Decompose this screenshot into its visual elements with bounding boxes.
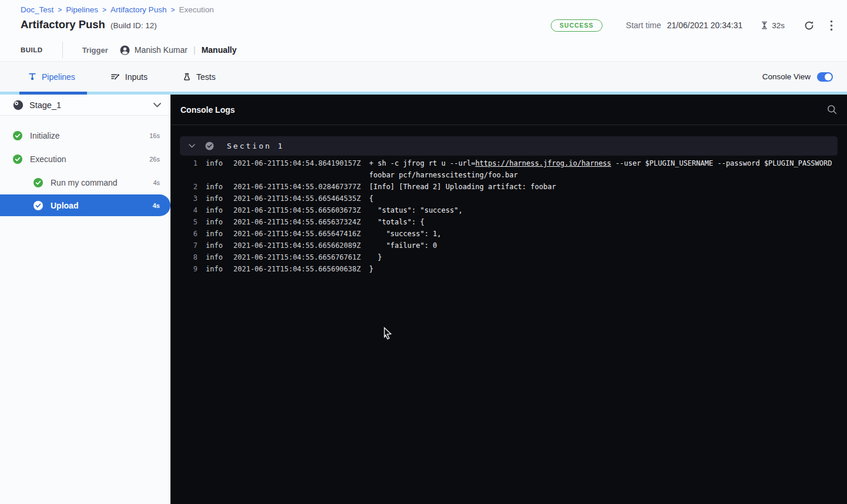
avatar-icon <box>120 45 130 55</box>
log-text: "success": 1, <box>369 230 441 238</box>
tab-label: Pipelines <box>42 72 75 82</box>
status-badge: SUCCESS <box>551 19 602 32</box>
step-duration: 16s <box>149 132 160 139</box>
log-level: info <box>206 251 223 263</box>
log-level: info <box>206 181 223 193</box>
kebab-menu-icon <box>830 20 833 31</box>
breadcrumb-project[interactable]: Doc_Test <box>21 5 53 14</box>
build-type-label: BUILD <box>21 46 43 53</box>
step-status-icon <box>34 201 43 210</box>
vertical-divider <box>62 42 63 58</box>
breadcrumb: Doc_Test > Pipelines > Artifactory Push … <box>21 5 214 14</box>
log-line-number <box>185 169 197 181</box>
trigger-user: Manish Kumar <box>120 45 188 55</box>
log-message: } <box>369 263 373 275</box>
refresh-icon <box>804 20 815 31</box>
log-text: "status": "success", <box>369 206 463 214</box>
hourglass-icon <box>760 21 769 30</box>
breadcrumb-pipeline-name[interactable]: Artifactory Push <box>111 5 166 14</box>
log-row: 7info2021-06-21T15:04:55.665662089Z "fai… <box>170 240 847 251</box>
stage-icon <box>13 100 24 110</box>
log-message: "failure": 0 <box>369 240 437 251</box>
log-row: 5info2021-06-21T15:04:55.665637324Z "tot… <box>170 216 847 228</box>
log-level <box>206 169 223 181</box>
step-row-run-my-command[interactable]: Run my command4s <box>0 171 170 194</box>
log-line-number: 9 <box>185 263 197 275</box>
step-row-initialize[interactable]: Initialize16s <box>0 124 170 147</box>
tab-inputs[interactable]: Inputs <box>111 72 148 82</box>
log-text: { <box>369 194 373 203</box>
tab-pipelines[interactable]: Pipelines <box>28 72 75 82</box>
log-message: "success": 1, <box>369 228 441 240</box>
chevron-down-icon <box>153 103 161 107</box>
log-row: 6info2021-06-21T15:04:55.665647416Z "suc… <box>170 228 847 240</box>
refresh-button[interactable] <box>804 20 815 31</box>
log-row: 2info2021-06-21T15:04:55.028467377Z[Info… <box>170 181 847 193</box>
section-success-icon <box>205 142 214 150</box>
log-list: 1info2021-06-21T15:04:54.864190157Z+ sh … <box>170 157 847 275</box>
log-search-button[interactable] <box>827 105 837 115</box>
log-timestamp <box>233 169 362 181</box>
log-level: info <box>206 193 223 204</box>
log-timestamp: 2021-06-21T15:04:55.665603673Z <box>233 204 362 216</box>
log-line-number: 2 <box>185 181 197 193</box>
step-row-execution[interactable]: Execution26s <box>0 147 170 171</box>
pipeline-icon <box>28 72 36 81</box>
tab-tests[interactable]: Tests <box>183 72 216 82</box>
step-status-icon <box>34 178 43 187</box>
log-row: foobar pcf/harnesscitesting/foo.bar <box>170 169 847 181</box>
log-text: "failure": 0 <box>369 241 437 250</box>
log-message: [Info] [Thread 2] Uploading artifact: fo… <box>369 181 556 193</box>
execution-sidebar: Stage_1 Initialize16sExecution26sRun my … <box>0 95 170 504</box>
step-label: Execution <box>30 154 66 164</box>
log-level: info <box>206 204 223 216</box>
log-line-number: 5 <box>185 216 197 228</box>
trigger-user-name: Manish Kumar <box>135 45 188 55</box>
log-timestamp: 2021-06-21T15:04:54.864190157Z <box>233 157 362 169</box>
step-status-icon <box>13 131 22 140</box>
more-options-button[interactable] <box>830 20 833 31</box>
console-view-toggle[interactable] <box>817 72 833 82</box>
tab-label: Tests <box>196 72 216 82</box>
log-message: } <box>369 251 382 263</box>
console-logs-title: Console Logs <box>180 105 235 115</box>
log-level: info <box>206 157 223 169</box>
step-duration: 26s <box>149 156 160 163</box>
start-time-value: 21/06/2021 20:34:31 <box>667 21 742 30</box>
log-timestamp: 2021-06-21T15:04:55.665637324Z <box>233 216 362 228</box>
breadcrumb-separator: > <box>102 6 106 14</box>
chevron-down-icon <box>189 144 195 148</box>
log-text: foobar pcf/harnesscitesting/foo.bar <box>369 171 518 179</box>
toggle-knob <box>825 73 832 80</box>
log-message: + sh -c jfrog rt u --url=https://harness… <box>369 157 832 169</box>
console-header: Console Logs <box>170 95 847 125</box>
trigger-label: Trigger <box>82 46 108 55</box>
search-icon <box>827 105 837 115</box>
step-label: Initialize <box>30 131 60 140</box>
log-section-header[interactable]: Section 1 <box>180 136 838 156</box>
log-message: { <box>369 193 373 204</box>
log-message: foobar pcf/harnesscitesting/foo.bar <box>369 169 518 181</box>
log-row: 9info2021-06-21T15:04:55.665690638Z} <box>170 263 847 275</box>
breadcrumb-pipelines[interactable]: Pipelines <box>66 5 98 14</box>
tab-bar: Pipelines Inputs Tests Console View <box>0 61 847 92</box>
step-label: Run my command <box>51 178 118 187</box>
log-line-number: 8 <box>185 251 197 263</box>
log-row: 3info2021-06-21T15:04:55.665464535Z{ <box>170 193 847 204</box>
build-id: (Build ID: 12) <box>111 21 157 30</box>
tab-label: Inputs <box>125 72 148 82</box>
log-line-number: 4 <box>185 204 197 216</box>
tests-flask-icon <box>183 72 191 81</box>
step-row-upload[interactable]: Upload4s <box>0 194 170 216</box>
duration-value: 32s <box>772 21 785 30</box>
log-row: 8info2021-06-21T15:04:55.665676761Z } <box>170 251 847 263</box>
log-link[interactable]: https://harness.jfrog.io/harness <box>476 159 611 167</box>
log-timestamp: 2021-06-21T15:04:55.665676761Z <box>233 251 362 263</box>
console-view-label: Console View <box>762 72 811 81</box>
log-message: "status": "success", <box>369 204 463 216</box>
log-text: } <box>369 253 382 261</box>
log-message: "totals": { <box>369 216 424 228</box>
log-level: info <box>206 228 223 240</box>
log-text: --user $PLUGIN_USERNAME --password $PLUG… <box>611 159 832 167</box>
stage-selector[interactable]: Stage_1 <box>0 95 170 116</box>
